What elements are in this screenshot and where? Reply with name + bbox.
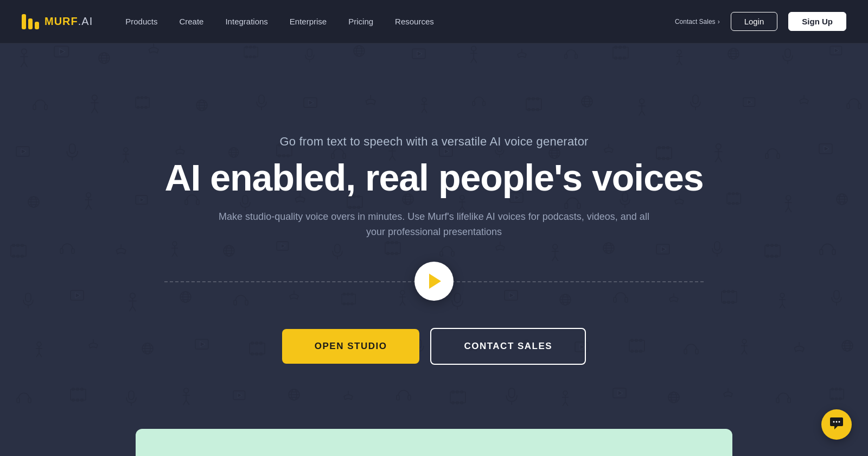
play-button[interactable] <box>414 262 454 301</box>
nav-pricing[interactable]: Pricing <box>348 17 373 26</box>
nav-resources[interactable]: Resources <box>395 17 434 26</box>
nav-integrations[interactable]: Integrations <box>225 17 267 26</box>
logo-bar-2 <box>28 18 33 29</box>
bottom-strip <box>136 429 732 456</box>
svg-point-25 <box>836 421 838 422</box>
nav-links: Products Create Integrations Enterprise … <box>125 17 675 26</box>
navbar: MURF.AI Products Create Integrations Ent… <box>0 0 868 43</box>
chat-icon <box>829 415 844 434</box>
waveform-row <box>164 262 703 301</box>
hero-description: Make studio-quality voice overs in minut… <box>217 209 651 240</box>
nav-contact-sales[interactable]: Contact Sales › <box>675 18 720 26</box>
nav-products[interactable]: Products <box>125 17 157 26</box>
nav-enterprise[interactable]: Enterprise <box>290 17 327 26</box>
hero-subtitle: Go from text to speech with a versatile … <box>279 135 588 149</box>
contact-sales-button[interactable]: CONTACT SALES <box>430 328 586 365</box>
nav-create[interactable]: Create <box>179 17 203 26</box>
svg-point-24 <box>833 421 835 422</box>
svg-point-26 <box>839 421 840 422</box>
logo-bar-1 <box>22 14 26 29</box>
login-button[interactable]: Login <box>731 12 778 31</box>
open-studio-button[interactable]: OPEN STUDIO <box>282 329 420 364</box>
hero-title: AI enabled, real people's voices <box>164 157 703 198</box>
hero-section: Go from text to speech with a versatile … <box>0 0 868 456</box>
logo-text: MURF.AI <box>44 15 93 28</box>
chat-bubble[interactable] <box>821 409 852 440</box>
logo[interactable]: MURF.AI <box>22 14 93 29</box>
cta-row: OPEN STUDIO CONTACT SALES <box>282 328 586 365</box>
logo-icon <box>22 14 39 29</box>
logo-bar-3 <box>35 22 39 29</box>
signup-button[interactable]: Sign Up <box>788 12 846 31</box>
play-icon <box>429 274 441 289</box>
nav-right: Contact Sales › Login Sign Up <box>675 12 846 31</box>
hero-content: Go from text to speech with a versatile … <box>143 135 725 365</box>
